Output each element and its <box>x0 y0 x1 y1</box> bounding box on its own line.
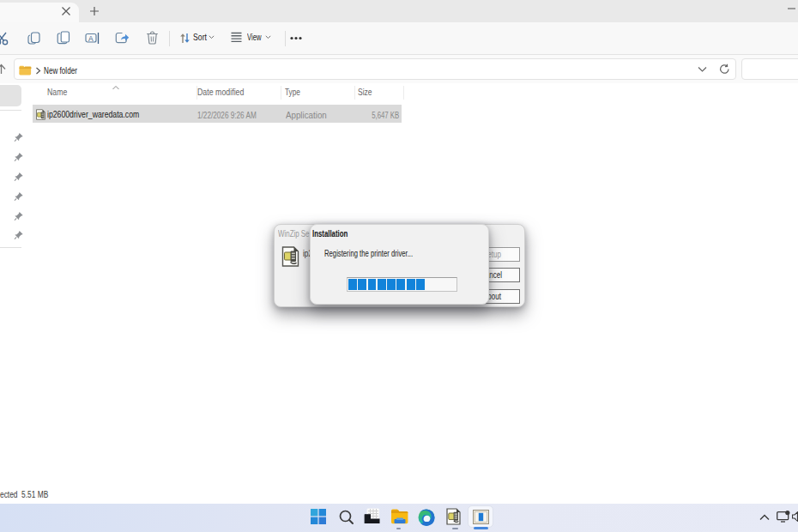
svg-text:A: A <box>88 34 94 43</box>
